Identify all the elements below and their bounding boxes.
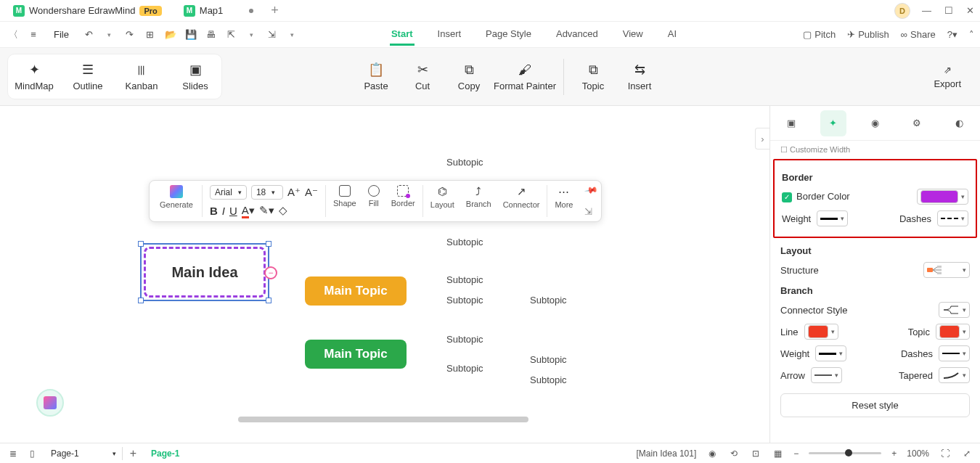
line-color-select[interactable]: ▾ xyxy=(804,324,838,340)
fill-button[interactable]: Fill xyxy=(362,184,385,218)
share-icon[interactable]: ⇲ xyxy=(265,29,279,40)
collapse-toggle[interactable]: − xyxy=(264,266,277,279)
file-menu[interactable]: File xyxy=(54,29,69,40)
floating-toolbar[interactable]: 📌 Generate Arial▾ 18▾ A⁺ A⁻ B xyxy=(149,180,602,222)
arrow-select[interactable]: ▾ xyxy=(811,367,842,383)
topic-color-select[interactable]: ▾ xyxy=(936,324,970,340)
pitch-button[interactable]: ▢Pitch xyxy=(803,29,836,40)
subtopic-node[interactable]: Subtopic xyxy=(530,295,567,306)
connector-style-select[interactable]: ▾ xyxy=(939,302,970,318)
maximize-button[interactable]: ☐ xyxy=(944,5,953,16)
ai-assistant-bubble[interactable] xyxy=(36,389,64,417)
add-tab-button[interactable]: + xyxy=(271,3,279,18)
font-name-select[interactable]: Arial▾ xyxy=(210,185,247,200)
tab-advanced[interactable]: Advanced xyxy=(555,24,600,46)
status-icon-3[interactable]: ⊡ xyxy=(750,448,761,459)
highlight-button[interactable]: ✎▾ xyxy=(259,204,274,217)
copy-button[interactable]: ⧉Copy xyxy=(446,58,492,96)
font-size-select[interactable]: 18▾ xyxy=(251,185,283,200)
border-color-select[interactable]: ▾ xyxy=(917,189,968,205)
branch-dashes-select[interactable]: ▾ xyxy=(939,345,970,361)
panel-tab-format[interactable]: ✦ xyxy=(820,110,846,136)
panel-collapse-button[interactable]: › xyxy=(755,128,769,149)
border-weight-select[interactable]: ▾ xyxy=(817,210,848,226)
zoom-out-button[interactable]: − xyxy=(793,448,799,459)
tab-start[interactable]: Start xyxy=(390,24,415,46)
status-icon-1[interactable]: ◉ xyxy=(706,448,718,459)
close-button[interactable]: ✕ xyxy=(966,5,974,16)
new-doc-icon[interactable]: ⊞ xyxy=(143,29,158,40)
app-tab[interactable]: M Wondershare EdrawMind Pro xyxy=(6,2,169,20)
expand-icon[interactable]: ⇲ xyxy=(584,206,592,217)
zoom-in-button[interactable]: + xyxy=(891,448,897,459)
minimize-button[interactable]: — xyxy=(922,5,931,16)
subtopic-node[interactable]: Subtopic xyxy=(446,237,483,247)
tab-ai[interactable]: AI xyxy=(666,24,678,46)
insert-button[interactable]: ⇆Insert xyxy=(616,57,663,96)
tab-page-style[interactable]: Page Style xyxy=(484,24,533,46)
paste-button[interactable]: 📋Paste xyxy=(353,57,399,96)
export-caret-icon[interactable]: ▾ xyxy=(245,31,259,38)
status-icon-2[interactable]: ⟲ xyxy=(728,448,740,459)
panel-tab-settings[interactable]: ⚙ xyxy=(904,110,930,136)
menu-icon[interactable]: ≡ xyxy=(26,29,41,40)
fit-screen-icon[interactable]: ⛶ xyxy=(939,448,951,459)
subtopic-node[interactable]: Subtopic xyxy=(446,334,483,345)
publish-button[interactable]: ✈Publish xyxy=(847,29,889,40)
node-main-idea[interactable]: Main Idea xyxy=(144,247,266,298)
connector-button[interactable]: ↗Connector xyxy=(497,184,546,218)
subtopic-node[interactable]: Subtopic xyxy=(446,295,483,306)
zoom-slider-thumb[interactable] xyxy=(845,449,852,456)
user-avatar[interactable]: D xyxy=(894,3,910,19)
border-color-checkbox[interactable]: ✓ xyxy=(782,192,792,202)
back-button[interactable]: 〈 xyxy=(6,28,20,41)
export-button[interactable]: ⇗ Export xyxy=(934,65,973,89)
page-dropdown[interactable]: Page-1▾ xyxy=(45,447,123,460)
panel-tab-location[interactable]: ◉ xyxy=(862,110,888,136)
topic-button[interactable]: ⧉Topic xyxy=(570,58,616,96)
redo-button[interactable]: ↷ xyxy=(123,29,137,40)
collapse-ribbon-button[interactable]: ˄ xyxy=(969,29,974,40)
bold-button[interactable]: B xyxy=(210,205,218,217)
reset-style-button[interactable]: Reset style xyxy=(780,393,970,417)
document-tab[interactable]: M Map1 xyxy=(175,2,263,20)
help-button[interactable]: ?▾ xyxy=(947,29,957,40)
subtopic-node[interactable]: Subtopic xyxy=(530,374,567,385)
zoom-value[interactable]: 100% xyxy=(907,448,929,459)
horizontal-scrollbar[interactable] xyxy=(238,417,528,422)
export-icon[interactable]: ⇱ xyxy=(224,29,239,40)
format-painter-button[interactable]: 🖌Format Painter xyxy=(492,58,558,96)
subtopic-node[interactable]: Subtopic xyxy=(446,274,483,285)
print-icon[interactable]: 🖶 xyxy=(204,29,219,40)
outline-view-icon[interactable]: ≣ xyxy=(7,448,19,459)
branch-weight-select[interactable]: ▾ xyxy=(815,345,846,361)
view-mindmap-button[interactable]: ✦MindMap xyxy=(11,57,57,96)
subtopic-node[interactable]: Subtopic xyxy=(446,363,483,374)
layout-button[interactable]: ⌬Layout xyxy=(425,184,460,218)
decrease-font-icon[interactable]: A⁻ xyxy=(305,186,318,199)
tab-view[interactable]: View xyxy=(621,24,645,46)
panel-tab-history[interactable]: ◐ xyxy=(946,110,972,136)
underline-button[interactable]: U xyxy=(229,205,237,217)
view-kanban-button[interactable]: ⫼Kanban xyxy=(118,57,165,96)
branch-button[interactable]: ⤴Branch xyxy=(460,184,497,218)
undo-history-caret-icon[interactable]: ▾ xyxy=(102,31,117,38)
view-outline-button[interactable]: ☰Outline xyxy=(65,57,111,96)
node-main-topic-1[interactable]: Main Topic xyxy=(305,276,407,306)
tapered-select[interactable]: ▾ xyxy=(939,367,970,383)
truncated-option[interactable]: ☐ Customize Width xyxy=(780,145,970,155)
shape-button[interactable]: Shape xyxy=(327,184,362,218)
more-button[interactable]: ⋯More xyxy=(549,184,579,218)
page-tab-active[interactable]: Page-1 xyxy=(144,448,187,459)
border-dashes-select[interactable]: ▾ xyxy=(937,210,968,226)
border-button[interactable]: Border xyxy=(385,184,421,218)
cut-button[interactable]: ✂Cut xyxy=(399,57,446,96)
share-caret-icon[interactable]: ▾ xyxy=(285,31,300,38)
undo-button[interactable]: ↶ xyxy=(82,29,97,40)
panel-tab-style[interactable]: ▣ xyxy=(778,110,804,136)
subtopic-node[interactable]: Subtopic xyxy=(446,157,483,168)
view-slides-button[interactable]: ▣Slides xyxy=(172,57,219,96)
clear-format-button[interactable]: ◇ xyxy=(279,204,287,217)
add-page-button[interactable]: + xyxy=(130,447,136,460)
subtopic-node[interactable]: Subtopic xyxy=(530,354,567,365)
